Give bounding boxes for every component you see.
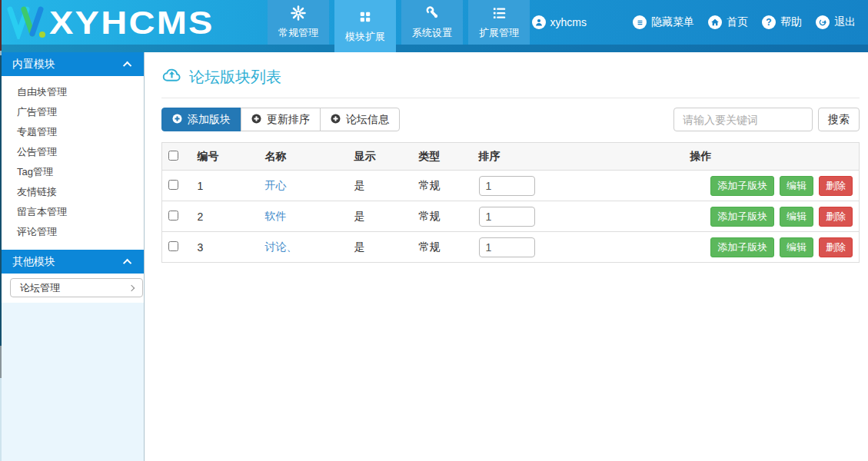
sort-input[interactable] (479, 237, 535, 257)
board-name-link[interactable]: 软件 (265, 210, 287, 222)
sort-input[interactable] (479, 207, 535, 227)
hide-menu-icon (633, 15, 647, 29)
sidebar-item-freeblock[interactable]: 自由块管理 (0, 82, 144, 102)
help-label: 帮助 (780, 15, 802, 29)
edit-button[interactable]: 编辑 (780, 237, 813, 257)
top-bar: XYHCMS 常规管理 (0, 0, 868, 52)
search-area: 搜索 (673, 108, 860, 131)
sidebar-other-items: 论坛管理 (0, 274, 144, 303)
plus-circle-icon (331, 114, 341, 126)
add-subboard-button[interactable]: 添加子版块 (710, 237, 774, 257)
logo-text: XYHCMS (49, 5, 215, 41)
col-header-type: 类型 (413, 143, 473, 171)
home-label: 首页 (727, 15, 748, 29)
hide-menu-button[interactable]: 隐藏菜单 (633, 15, 694, 29)
sun-icon (291, 5, 306, 23)
section-title: 内置模块 (12, 58, 55, 71)
help-icon: ? (762, 15, 776, 29)
update-sort-button[interactable]: 更新排序 (241, 108, 321, 131)
sidebar-item-links[interactable]: 友情链接 (0, 182, 144, 202)
username: xyhcms (550, 16, 587, 28)
logo-w-mark-icon (6, 4, 46, 42)
edit-button[interactable]: 编辑 (780, 207, 813, 227)
top-nav-tabs: 常规管理 模块扩展 系统设置 (268, 0, 530, 52)
row-visible: 是 (348, 201, 413, 232)
sidebar-item-topics[interactable]: 专题管理 (0, 122, 144, 142)
tab-extend-manage[interactable]: 扩展管理 (468, 0, 530, 45)
tab-label: 扩展管理 (479, 26, 519, 40)
sidebar: 内置模块 自由块管理 广告管理 专题管理 公告管理 Tag管理 友情链接 留言本… (0, 52, 145, 461)
tab-system-settings[interactable]: 系统设置 (401, 0, 463, 45)
logout-button[interactable]: 退出 (816, 15, 856, 29)
row-visible: 是 (348, 171, 413, 201)
logout-label: 退出 (834, 15, 856, 29)
page-title: 论坛版块列表 (189, 67, 281, 88)
col-header-id: 编号 (191, 143, 259, 171)
col-header-actions: 操作 (684, 143, 860, 171)
row-type: 常规 (413, 232, 473, 263)
forum-info-button[interactable]: 论坛信息 (320, 108, 400, 131)
select-all-checkbox[interactable] (168, 151, 178, 161)
edit-button[interactable]: 编辑 (780, 176, 813, 196)
tab-module-extend[interactable]: 模块扩展 (334, 0, 396, 52)
board-name-link[interactable]: 开心 (265, 179, 287, 191)
row-checkbox[interactable] (168, 211, 178, 221)
content-shell: 内置模块 自由块管理 广告管理 专题管理 公告管理 Tag管理 友情链接 留言本… (0, 52, 868, 461)
delete-button[interactable]: 删除 (819, 207, 853, 227)
chevron-up-icon (123, 61, 131, 69)
sidebar-item-tags[interactable]: Tag管理 (0, 162, 144, 182)
tab-label: 系统设置 (412, 26, 452, 40)
button-label: 更新排序 (267, 113, 310, 127)
sidebar-item-announcements[interactable]: 公告管理 (0, 142, 144, 162)
logout-icon (816, 15, 830, 29)
sidebar-item-comments[interactable]: 评论管理 (0, 222, 144, 242)
tab-label: 常规管理 (278, 26, 318, 40)
sidebar-section-builtin-modules[interactable]: 内置模块 (0, 52, 144, 76)
board-table: 编号 名称 显示 类型 排序 操作 1 开心 是 常规 添加子版块 (161, 142, 860, 263)
sidebar-item-guestbook[interactable]: 留言本管理 (0, 202, 144, 222)
row-checkbox[interactable] (168, 180, 178, 190)
table-row: 2 软件 是 常规 添加子版块 编辑 删除 (162, 201, 860, 232)
sidebar-item-forum-manage[interactable]: 论坛管理 (10, 278, 143, 297)
sidebar-section-other-modules[interactable]: 其他模块 (0, 250, 144, 274)
add-board-button[interactable]: 添加版块 (161, 108, 241, 131)
toolbar-button-group: 添加版块 更新排序 (161, 108, 400, 131)
user-icon (532, 15, 546, 29)
section-title: 其他模块 (12, 255, 55, 269)
wrench-icon (424, 5, 440, 23)
col-header-sort: 排序 (473, 143, 684, 171)
plus-circle-icon (172, 114, 182, 126)
add-subboard-button[interactable]: 添加子版块 (710, 207, 774, 227)
cloud-upload-icon (161, 66, 182, 88)
home-button[interactable]: 首页 (708, 15, 748, 29)
row-type: 常规 (413, 201, 473, 232)
sidebar-item-ads[interactable]: 广告管理 (0, 102, 144, 122)
search-input[interactable] (673, 108, 813, 131)
chevron-up-icon (123, 258, 131, 267)
help-button[interactable]: ? 帮助 (762, 15, 802, 29)
board-name-link[interactable]: 讨论、 (265, 240, 298, 253)
row-id: 3 (191, 232, 259, 263)
delete-button[interactable]: 删除 (819, 176, 853, 196)
grid-icon (358, 9, 373, 27)
plus-circle-icon (251, 114, 261, 126)
sidebar-item-label: 论坛管理 (20, 281, 60, 295)
user-menu[interactable]: xyhcms (532, 15, 587, 29)
page-title-row: 论坛版块列表 (161, 66, 860, 98)
row-type: 常规 (413, 171, 473, 201)
button-label: 添加版块 (188, 113, 231, 127)
table-row: 3 讨论、 是 常规 添加子版块 编辑 删除 (162, 232, 860, 263)
home-icon (708, 15, 722, 29)
add-subboard-button[interactable]: 添加子版块 (710, 176, 774, 196)
tab-general-manage[interactable]: 常规管理 (268, 0, 329, 45)
row-checkbox[interactable] (168, 241, 178, 251)
sort-input[interactable] (479, 176, 535, 196)
toolbar: 添加版块 更新排序 (161, 108, 860, 131)
search-button[interactable]: 搜索 (818, 108, 860, 131)
col-header-name: 名称 (259, 143, 348, 171)
delete-button[interactable]: 删除 (819, 237, 853, 257)
button-label: 论坛信息 (346, 113, 389, 127)
row-id: 2 (191, 201, 259, 232)
sidebar-builtin-items: 自由块管理 广告管理 专题管理 公告管理 Tag管理 友情链接 留言本管理 评论… (0, 76, 144, 250)
table-header-row: 编号 名称 显示 类型 排序 操作 (162, 143, 860, 171)
